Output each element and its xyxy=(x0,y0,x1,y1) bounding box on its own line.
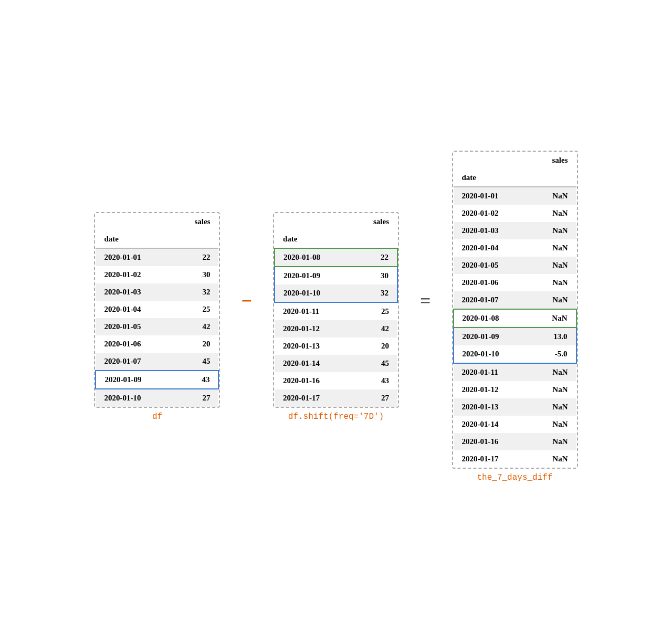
date-cell: 2020-01-08 xyxy=(454,309,530,328)
df-sales-header: sales xyxy=(173,213,219,230)
table-row: 2020-01-0745 xyxy=(96,353,218,371)
date-cell: 2020-01-08 xyxy=(275,248,351,267)
value-cell: NaN xyxy=(530,416,576,433)
value-cell: 45 xyxy=(351,355,397,372)
table-row: 2020-01-0542 xyxy=(96,318,218,335)
date-cell: 2020-01-03 xyxy=(96,283,172,301)
table-row: 2020-01-1242 xyxy=(275,320,397,337)
value-cell: 25 xyxy=(173,301,219,318)
date-cell: 2020-01-10 xyxy=(96,389,172,407)
date-cell: 2020-01-11 xyxy=(454,363,530,381)
date-cell: 2020-01-06 xyxy=(96,335,172,353)
shifted-sales-header: sales xyxy=(351,213,397,230)
table-row: 2020-01-0913.0 xyxy=(454,328,576,345)
table-row: 2020-01-08NaN xyxy=(454,309,576,328)
value-cell: NaN xyxy=(530,187,576,205)
df-table: sales date 2020-01-01222020-01-02302020-… xyxy=(94,212,220,408)
table-row: 2020-01-0930 xyxy=(275,267,397,284)
table-row: 2020-01-14NaN xyxy=(454,416,576,433)
value-cell: NaN xyxy=(530,205,576,222)
df-label: df xyxy=(152,412,162,421)
date-cell: 2020-01-13 xyxy=(454,398,530,416)
shifted-date-header-2 xyxy=(351,230,397,248)
table-row: 2020-01-1445 xyxy=(275,355,397,372)
table-row: 2020-01-06NaN xyxy=(454,274,576,291)
table-row: 2020-01-0943 xyxy=(96,371,218,389)
table-row: 2020-01-1320 xyxy=(275,337,397,355)
shifted-label: df.shift(freq='7D') xyxy=(288,412,384,421)
value-cell: 13.0 xyxy=(530,328,576,345)
date-cell: 2020-01-06 xyxy=(454,274,530,291)
table-row: 2020-01-01NaN xyxy=(454,187,576,205)
date-cell: 2020-01-13 xyxy=(275,337,351,355)
date-cell: 2020-01-05 xyxy=(96,318,172,335)
df-date-header-2 xyxy=(173,230,219,248)
table-row: 2020-01-1027 xyxy=(96,389,218,407)
value-cell: 20 xyxy=(351,337,397,355)
value-cell: NaN xyxy=(530,239,576,257)
value-cell: 32 xyxy=(351,284,397,302)
date-cell: 2020-01-17 xyxy=(275,389,351,407)
date-cell: 2020-01-07 xyxy=(454,291,530,309)
table-row: 2020-01-0122 xyxy=(96,248,218,266)
value-cell: NaN xyxy=(530,450,576,468)
value-cell: NaN xyxy=(530,274,576,291)
value-cell: 42 xyxy=(173,318,219,335)
shifted-table: sales date 2020-01-08222020-01-09302020-… xyxy=(273,212,399,408)
table-row: 2020-01-12NaN xyxy=(454,381,576,398)
table-row: 2020-01-0230 xyxy=(96,266,218,283)
df-date-header: date xyxy=(96,230,172,248)
equals-operator: = xyxy=(420,290,431,312)
date-cell: 2020-01-01 xyxy=(96,248,172,266)
table-row: 2020-01-04NaN xyxy=(454,239,576,257)
date-cell: 2020-01-07 xyxy=(96,353,172,371)
date-cell: 2020-01-11 xyxy=(275,302,351,320)
result-table: sales date 2020-01-01NaN2020-01-02NaN202… xyxy=(452,151,578,469)
table-row: 2020-01-0620 xyxy=(96,335,218,353)
value-cell: NaN xyxy=(530,291,576,309)
minus-operator: − xyxy=(241,290,252,312)
value-cell: -5.0 xyxy=(530,345,576,363)
date-cell: 2020-01-05 xyxy=(454,257,530,274)
table-row: 2020-01-11NaN xyxy=(454,363,576,381)
date-cell: 2020-01-02 xyxy=(96,266,172,283)
date-cell: 2020-01-01 xyxy=(454,187,530,205)
table-row: 2020-01-1727 xyxy=(275,389,397,407)
df-index-header xyxy=(96,213,172,230)
value-cell: 27 xyxy=(351,389,397,407)
table-row: 2020-01-05NaN xyxy=(454,257,576,274)
value-cell: 20 xyxy=(173,335,219,353)
table-row: 2020-01-13NaN xyxy=(454,398,576,416)
value-cell: 30 xyxy=(351,267,397,284)
value-cell: 25 xyxy=(351,302,397,320)
value-cell: 43 xyxy=(173,371,219,389)
value-cell: 32 xyxy=(173,283,219,301)
value-cell: 45 xyxy=(173,353,219,371)
result-index-header xyxy=(454,152,530,169)
result-label: the_7_days_diff xyxy=(477,473,553,482)
table-row: 2020-01-10-5.0 xyxy=(454,345,576,363)
date-cell: 2020-01-04 xyxy=(96,301,172,318)
value-cell: 43 xyxy=(351,372,397,389)
table-row: 2020-01-1643 xyxy=(275,372,397,389)
shifted-index-header xyxy=(275,213,351,230)
value-cell: 42 xyxy=(351,320,397,337)
date-cell: 2020-01-04 xyxy=(454,239,530,257)
date-cell: 2020-01-10 xyxy=(275,284,351,302)
result-sales-header: sales xyxy=(530,152,576,169)
value-cell: NaN xyxy=(530,257,576,274)
df-table-wrapper: sales date 2020-01-01222020-01-02302020-… xyxy=(94,212,220,421)
date-cell: 2020-01-16 xyxy=(454,433,530,450)
table-row: 2020-01-07NaN xyxy=(454,291,576,309)
result-date-header-2 xyxy=(530,169,576,187)
table-row: 2020-01-03NaN xyxy=(454,222,576,239)
date-cell: 2020-01-12 xyxy=(454,381,530,398)
date-cell: 2020-01-09 xyxy=(96,371,172,389)
value-cell: 27 xyxy=(173,389,219,407)
shifted-table-wrapper: sales date 2020-01-08222020-01-09302020-… xyxy=(273,212,399,421)
main-container: sales date 2020-01-01222020-01-02302020-… xyxy=(0,130,672,503)
value-cell: NaN xyxy=(530,398,576,416)
value-cell: NaN xyxy=(530,381,576,398)
date-cell: 2020-01-16 xyxy=(275,372,351,389)
result-table-wrapper: sales date 2020-01-01NaN2020-01-02NaN202… xyxy=(452,151,578,482)
